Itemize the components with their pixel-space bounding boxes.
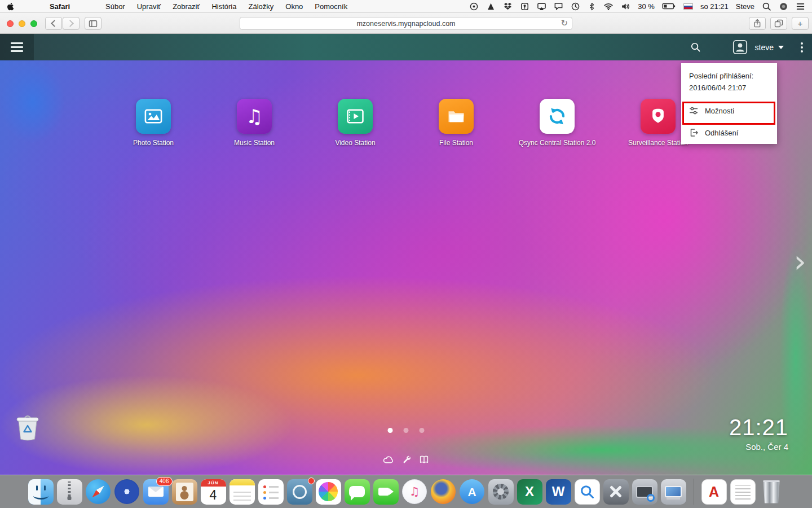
menu-upravit[interactable]: Upraviť xyxy=(137,2,161,11)
archive-utility-icon[interactable] xyxy=(57,479,82,505)
app-photo-station[interactable]: Photo Station xyxy=(120,99,187,147)
password-manager-icon[interactable] xyxy=(520,2,529,11)
dashboard-cloud-icon[interactable] xyxy=(383,454,394,465)
calendar-icon[interactable]: JÚN4 xyxy=(201,479,226,505)
app-file-station[interactable]: File Station xyxy=(422,99,490,147)
menu-item-logout[interactable]: Odhlášení xyxy=(681,122,777,144)
input-language-flag-icon[interactable] xyxy=(683,3,693,10)
new-tab-button[interactable]: + xyxy=(792,17,809,30)
utility-app-icon[interactable] xyxy=(603,479,629,505)
minimize-window-button[interactable] xyxy=(19,20,25,27)
app-music-station[interactable]: ♫ Music Station xyxy=(220,99,288,147)
volume-icon[interactable] xyxy=(621,2,630,11)
menu-pomocnik[interactable]: Pomocník xyxy=(315,2,347,11)
word-icon[interactable]: W xyxy=(546,479,571,505)
menu-okno[interactable]: Okno xyxy=(285,2,303,11)
calendar-month: JÚN xyxy=(201,479,226,487)
share-button[interactable] xyxy=(749,17,766,30)
bluetooth-icon[interactable] xyxy=(588,2,596,11)
menu-item-options[interactable]: Možnosti xyxy=(681,100,777,122)
finder-icon[interactable] xyxy=(28,479,54,505)
next-page-arrow-icon[interactable]: › xyxy=(794,246,806,277)
menu-zobrazit[interactable]: Zobraziť xyxy=(173,2,200,11)
back-button[interactable] xyxy=(45,17,62,30)
apple-menu-icon[interactable] xyxy=(7,2,14,11)
macos-menubar: Safari Súbor Upraviť Zobraziť História Z… xyxy=(0,0,812,13)
show-tabs-button[interactable] xyxy=(770,17,787,30)
airplay-icon[interactable] xyxy=(537,2,546,11)
qts-user-icon[interactable] xyxy=(732,40,748,55)
screen-sharing-icon[interactable] xyxy=(632,479,657,505)
photos-icon[interactable] xyxy=(316,479,341,505)
app-label: Video Station xyxy=(335,139,375,147)
spotlight-icon[interactable] xyxy=(762,2,771,11)
language-book-icon[interactable] xyxy=(419,454,430,465)
acrobat-reader-icon[interactable]: A xyxy=(701,479,727,505)
dock-divider xyxy=(694,479,694,505)
app-store-icon[interactable]: A xyxy=(460,479,485,505)
menubar-clock[interactable]: so 21:21 xyxy=(700,2,729,11)
contacts-icon[interactable] xyxy=(172,479,197,505)
surveillance-station-icon[interactable] xyxy=(641,99,676,134)
safari-dock-icon[interactable] xyxy=(86,479,111,505)
qts-username[interactable]: steve xyxy=(755,43,774,52)
firefox-icon[interactable] xyxy=(431,479,456,505)
app-qsync-central[interactable]: Qsync Central Station 2.0 xyxy=(523,99,591,147)
reload-icon[interactable]: ↻ xyxy=(561,18,568,28)
dropbox-icon[interactable] xyxy=(503,2,513,11)
itunes-icon[interactable]: ♫ xyxy=(402,479,427,505)
options-label: Možnosti xyxy=(705,107,734,115)
wifi-icon[interactable] xyxy=(603,2,614,11)
display-icon[interactable] xyxy=(661,479,686,505)
address-bar-url: mzoneservis.myqnapcloud.com xyxy=(356,20,455,28)
mail-icon[interactable]: 406 xyxy=(143,479,169,505)
disk-utility-icon[interactable] xyxy=(114,479,140,505)
main-menu-hamburger-button[interactable] xyxy=(0,34,34,60)
menu-historia[interactable]: História xyxy=(211,2,236,11)
photo-manager-icon[interactable] xyxy=(287,479,312,505)
chat-icon[interactable] xyxy=(554,2,563,11)
reminders-icon[interactable] xyxy=(258,479,284,505)
qsync-central-icon[interactable] xyxy=(540,99,575,134)
background-tasks-wrench-icon[interactable] xyxy=(401,454,412,465)
active-app-name[interactable]: Safari xyxy=(26,2,94,11)
menu-subor[interactable]: Súbor xyxy=(105,2,125,11)
update-badge xyxy=(308,478,315,484)
pager-dot-2[interactable] xyxy=(404,428,409,433)
address-bar[interactable]: mzoneservis.myqnapcloud.com ↻ xyxy=(240,17,572,30)
more-options-kebab-icon[interactable] xyxy=(801,42,803,52)
file-station-icon[interactable] xyxy=(439,99,474,134)
notes-icon[interactable] xyxy=(230,479,255,505)
close-window-button[interactable] xyxy=(7,20,14,27)
pager-dot-3[interactable] xyxy=(420,428,425,433)
zoom-window-button[interactable] xyxy=(30,20,37,27)
video-station-icon[interactable] xyxy=(338,99,373,134)
desktop-pager xyxy=(388,428,425,433)
menu-extra-icon[interactable] xyxy=(779,2,788,11)
airdrop-icon[interactable] xyxy=(486,2,496,11)
menu-zalozky[interactable]: Záložky xyxy=(248,2,273,11)
battery-icon[interactable] xyxy=(662,2,676,11)
facetime-icon[interactable] xyxy=(373,479,399,505)
system-preferences-icon[interactable] xyxy=(488,479,514,505)
app-video-station[interactable]: Video Station xyxy=(321,99,389,147)
disc-icon[interactable] xyxy=(469,2,479,11)
notification-center-icon[interactable] xyxy=(796,2,805,11)
user-dropdown-menu: Poslední přihlášení: 2016/06/04 21:07 Mo… xyxy=(681,63,777,144)
music-station-icon[interactable]: ♫ xyxy=(237,99,272,134)
menubar-user[interactable]: Steve xyxy=(736,2,754,11)
time-machine-icon[interactable] xyxy=(571,2,580,11)
pager-dot-1[interactable] xyxy=(388,428,393,433)
user-menu-caret-icon[interactable] xyxy=(778,46,784,49)
search-app-icon[interactable] xyxy=(575,479,600,505)
sidebar-toggle-button[interactable] xyxy=(85,17,102,30)
calendar-day: 4 xyxy=(201,487,226,505)
excel-icon[interactable]: X xyxy=(517,479,542,505)
messages-icon[interactable] xyxy=(345,479,370,505)
recycle-bin-icon[interactable] xyxy=(15,413,41,444)
textedit-icon[interactable] xyxy=(730,479,756,505)
photo-station-icon[interactable] xyxy=(136,99,171,134)
trash-icon[interactable] xyxy=(759,479,784,505)
qts-search-icon[interactable] xyxy=(690,42,701,52)
forward-button[interactable] xyxy=(63,17,80,30)
